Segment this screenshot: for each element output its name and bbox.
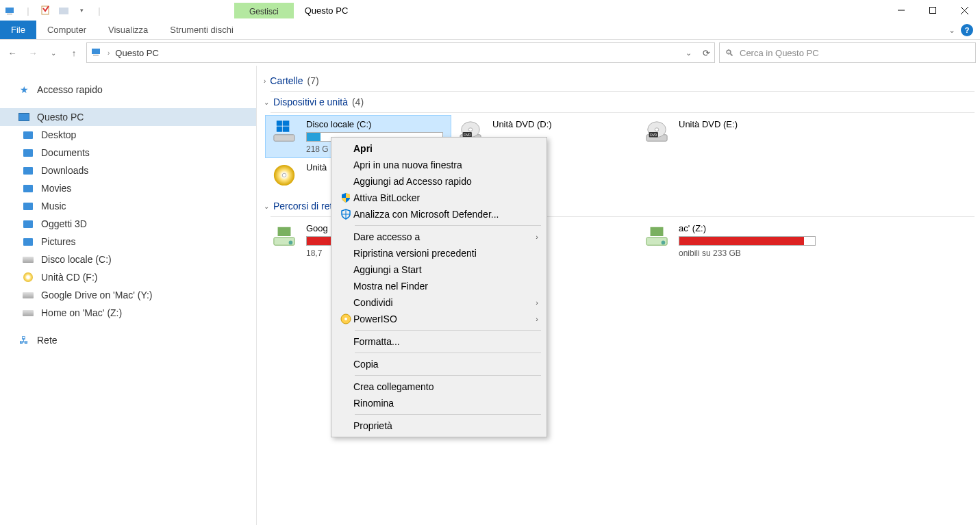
context-menu-item[interactable]: PowerISO› bbox=[333, 311, 545, 327]
svg-point-23 bbox=[655, 128, 659, 131]
ribbon-tab-file[interactable]: File bbox=[0, 21, 36, 39]
breadcrumb-separator-icon[interactable]: › bbox=[108, 49, 110, 57]
drive-info: Unità DVD (D:) bbox=[492, 119, 633, 132]
svg-rect-8 bbox=[92, 49, 100, 54]
section-devices[interactable]: ⌄ Dispositivi e unità (4) bbox=[262, 94, 975, 110]
context-menu-item[interactable]: Ripristina versioni precedenti bbox=[333, 245, 545, 261]
drive-name: Disco locale (C:) bbox=[306, 119, 447, 129]
drive-freespace: onibili su 233 GB bbox=[679, 248, 820, 258]
ribbon-tab-disk-tools[interactable]: Strumenti dischi bbox=[159, 21, 244, 39]
tree-item[interactable]: Home on 'Mac' (Z:) bbox=[0, 304, 256, 322]
context-menu-item[interactable]: Copia bbox=[333, 356, 545, 372]
tree-network[interactable]: 🖧 Rete bbox=[0, 331, 256, 349]
cd-icon bbox=[22, 272, 34, 283]
ribbon-tab-computer[interactable]: Computer bbox=[36, 21, 97, 39]
qat-separator-2: | bbox=[93, 4, 105, 16]
tree-item[interactable]: Desktop bbox=[0, 126, 256, 144]
chevron-down-icon: ⌄ bbox=[264, 203, 269, 210]
menu-separator bbox=[355, 414, 541, 415]
menu-label: Analizza con Microsoft Defender... bbox=[353, 209, 538, 220]
network-icon: 🖧 bbox=[18, 335, 30, 346]
tree-item[interactable]: Documents bbox=[0, 144, 256, 162]
menu-label: Dare accesso a bbox=[353, 231, 536, 242]
network-drive-item[interactable]: ac' (Z:)onibili su 233 GB bbox=[638, 219, 824, 262]
star-icon: ★ bbox=[18, 84, 30, 95]
manage-contextual-tab[interactable]: Gestisci bbox=[234, 3, 294, 18]
context-menu-item[interactable]: Mostra nel Finder bbox=[333, 278, 545, 294]
app-icon bbox=[4, 4, 16, 16]
navigation-bar: ← → ⌄ ↑ › Questo PC ⌄ ⟳ 🔍︎ Cerca in Ques… bbox=[0, 40, 980, 66]
context-menu-item[interactable]: Analizza con Microsoft Defender... bbox=[333, 206, 545, 222]
qat-properties-icon[interactable] bbox=[40, 4, 52, 16]
drive-icon bbox=[22, 307, 34, 318]
context-menu-item[interactable]: Apri bbox=[333, 140, 545, 157]
context-menu-item[interactable]: Dare accesso a› bbox=[333, 229, 545, 245]
context-menu-item[interactable]: Condividi› bbox=[333, 294, 545, 311]
svg-rect-10 bbox=[274, 135, 294, 141]
tree-label: Rete bbox=[37, 335, 58, 346]
back-button[interactable]: ← bbox=[4, 44, 21, 61]
network-drive-icon bbox=[269, 223, 299, 249]
svg-text:DVD: DVD bbox=[464, 133, 471, 137]
drive-icon bbox=[269, 162, 299, 188]
tree-item[interactable]: Movies bbox=[0, 179, 256, 197]
tree-label: Movies bbox=[41, 183, 71, 194]
tree-label: Documents bbox=[41, 147, 90, 158]
folder-icon bbox=[22, 165, 34, 176]
up-button[interactable]: ↑ bbox=[66, 44, 82, 61]
breadcrumb[interactable]: Questo PC bbox=[115, 48, 159, 58]
menu-label: Aggiungi a Start bbox=[353, 264, 538, 275]
tree-label: Questo PC bbox=[37, 112, 84, 123]
context-menu-item[interactable]: Rinomina bbox=[333, 395, 545, 411]
folder-icon bbox=[22, 201, 34, 212]
help-button[interactable]: ? bbox=[961, 24, 973, 36]
ribbon-expand-icon[interactable]: ⌄ bbox=[948, 25, 955, 35]
tree-this-pc[interactable]: Questo PC bbox=[0, 108, 256, 126]
context-menu-item[interactable]: Apri in una nuova finestra bbox=[333, 157, 545, 173]
forward-button[interactable]: → bbox=[25, 44, 41, 61]
section-folders[interactable]: › Cartelle (7) bbox=[262, 73, 975, 89]
submenu-arrow-icon: › bbox=[536, 315, 538, 323]
tree-quick-access[interactable]: ★ Accesso rapido bbox=[0, 81, 256, 99]
section-separator bbox=[271, 91, 975, 92]
context-menu-item[interactable]: Formatta... bbox=[333, 333, 545, 350]
context-menu-item[interactable]: Aggiungi ad Accesso rapido bbox=[333, 173, 545, 190]
recent-locations-button[interactable]: ⌄ bbox=[45, 44, 62, 61]
tree-item[interactable]: Google Drive on 'Mac' (Y:) bbox=[0, 286, 256, 304]
menu-label: Apri bbox=[353, 143, 538, 154]
poweriso-icon bbox=[338, 313, 353, 324]
drive-info: Unità DVD (E:) bbox=[679, 119, 820, 132]
ribbon-tab-view[interactable]: Visualizza bbox=[97, 21, 159, 39]
folder-icon bbox=[22, 147, 34, 158]
minimize-button[interactable] bbox=[885, 0, 917, 21]
svg-rect-29 bbox=[278, 227, 291, 236]
quick-access-toolbar: | ▾ | bbox=[0, 4, 110, 16]
close-button[interactable] bbox=[948, 0, 980, 21]
network-drive-icon bbox=[642, 223, 672, 249]
tree-item[interactable]: Unità CD (F:) bbox=[0, 268, 256, 286]
maximize-button[interactable] bbox=[917, 0, 948, 21]
tree-item[interactable]: Disco locale (C:) bbox=[0, 251, 256, 268]
svg-rect-12 bbox=[277, 120, 283, 126]
context-menu-item[interactable]: Aggiungi a Start bbox=[333, 261, 545, 278]
drive-item[interactable]: DVDUnità DVD (E:) bbox=[638, 115, 824, 158]
qat-newfolder-icon[interactable] bbox=[58, 4, 70, 16]
tree-item[interactable]: Downloads bbox=[0, 162, 256, 179]
tree-item[interactable]: Pictures bbox=[0, 233, 256, 251]
search-icon: 🔍︎ bbox=[725, 48, 734, 58]
context-menu-item[interactable]: Attiva BitLocker bbox=[333, 190, 545, 206]
tree-item[interactable]: Music bbox=[0, 197, 256, 215]
address-bar[interactable]: › Questo PC ⌄ ⟳ bbox=[86, 42, 715, 63]
context-menu-item[interactable]: Crea collegamento bbox=[333, 379, 545, 395]
context-menu-item[interactable]: Proprietà bbox=[333, 418, 545, 434]
svg-point-18 bbox=[468, 128, 473, 131]
svg-rect-13 bbox=[283, 120, 290, 126]
address-dropdown-icon[interactable]: ⌄ bbox=[683, 49, 694, 57]
tree-item[interactable]: Oggetti 3D bbox=[0, 215, 256, 233]
refresh-button[interactable]: ⟳ bbox=[703, 48, 710, 58]
qat-dropdown-icon[interactable]: ▾ bbox=[75, 4, 88, 16]
search-box[interactable]: 🔍︎ Cerca in Questo PC bbox=[719, 42, 976, 63]
tree-label: Accesso rapido bbox=[37, 84, 103, 95]
menu-label: Mostra nel Finder bbox=[353, 281, 538, 292]
ribbon: File Computer Visualizza Strumenti disch… bbox=[0, 21, 980, 40]
